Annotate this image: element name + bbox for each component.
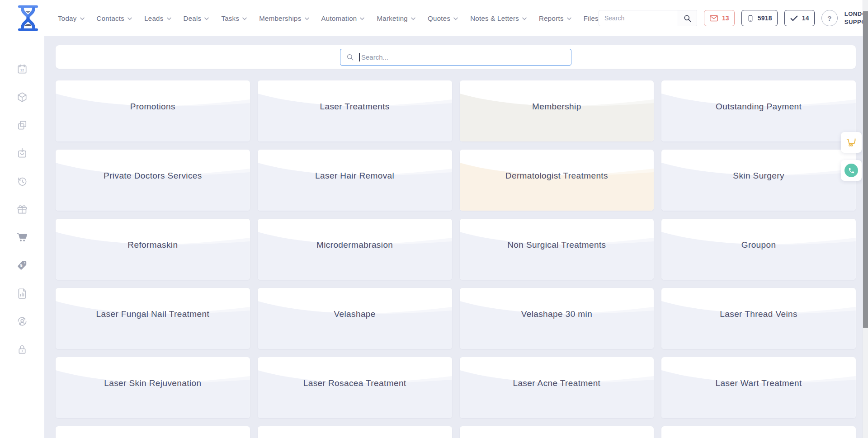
call-floating-button[interactable] xyxy=(841,160,862,181)
nav-item-marketing[interactable]: Marketing xyxy=(377,14,415,22)
card-non-surgical-treatments[interactable]: Non Surgical Treatments xyxy=(460,219,654,280)
nav-item-today[interactable]: Today xyxy=(58,14,85,22)
sidebar-item-bag-receive-icon[interactable] xyxy=(16,147,28,159)
chevron-down-icon xyxy=(360,17,364,20)
card-label: Non Surgical Treatments xyxy=(463,240,651,250)
help-button[interactable]: ? xyxy=(821,10,838,26)
card-empty[interactable] xyxy=(56,426,250,438)
sidebar-item-lock-icon[interactable] xyxy=(16,344,28,355)
card-label: Dermatologist Treatments xyxy=(463,171,651,181)
nav-item-label: Automation xyxy=(321,14,357,22)
sidebar-item-copy-icon[interactable] xyxy=(16,119,28,131)
chevron-down-icon xyxy=(567,17,571,20)
nav-item-files[interactable]: Files xyxy=(584,14,599,22)
card-empty[interactable] xyxy=(460,426,654,438)
card-label: Membership xyxy=(463,102,651,112)
nav-item-reports[interactable]: Reports xyxy=(539,14,571,22)
card-label: Skin Surgery xyxy=(665,171,852,181)
question-icon: ? xyxy=(827,14,831,22)
nav-item-label: Deals xyxy=(184,14,202,22)
chevron-down-icon xyxy=(522,17,527,20)
card-label: Outstanding Payment xyxy=(665,102,852,112)
nav-item-notes-letters[interactable]: Notes & Letters xyxy=(470,14,527,22)
card-label: Laser Acne Treatment xyxy=(463,378,651,388)
card-outstanding-payment[interactable]: Outstanding Payment xyxy=(661,80,856,141)
card-dermatologist-treatments[interactable]: Dermatologist Treatments xyxy=(460,150,654,211)
services-search-panel xyxy=(56,45,856,69)
messages-count: 13 xyxy=(722,14,729,22)
sidebar-item-report-icon[interactable] xyxy=(16,287,28,299)
card-skin-surgery[interactable]: Skin Surgery xyxy=(661,150,856,211)
nav-item-quotes[interactable]: Quotes xyxy=(428,14,458,22)
card-laser-thread-veins[interactable]: Laser Thread Veins xyxy=(661,288,856,349)
cart-icon xyxy=(845,137,858,149)
services-search xyxy=(340,49,571,66)
card-promotions[interactable]: Promotions xyxy=(56,80,250,141)
search-icon xyxy=(346,53,354,61)
messages-badge[interactable]: 13 xyxy=(704,10,735,26)
card-membership[interactable]: Membership xyxy=(460,80,654,141)
global-search-input[interactable] xyxy=(599,14,678,22)
nav-item-label: Files xyxy=(584,14,599,22)
card-laser-rosacea-treatment[interactable]: Laser Rosacea Treatment xyxy=(258,357,452,418)
card-label: Microdermabrasion xyxy=(261,240,448,250)
chevron-down-icon xyxy=(453,17,458,20)
card-groupon[interactable]: Groupon xyxy=(661,219,856,280)
nav-item-label: Memberships xyxy=(259,14,301,22)
chevron-down-icon xyxy=(80,17,85,20)
card-laser-wart-treatment[interactable]: Laser Wart Treatment xyxy=(661,357,856,418)
chevron-down-icon xyxy=(411,17,415,20)
navbar-right-group: 13 5918 14 ? LONDON SUPPORT xyxy=(599,9,868,27)
nav-item-label: Marketing xyxy=(377,14,408,22)
scrollbar-thumb[interactable] xyxy=(863,11,868,328)
card-laser-skin-rejuvenation[interactable]: Laser Skin Rejuvenation xyxy=(56,357,250,418)
card-label: Laser Thread Veins xyxy=(665,309,852,319)
card-empty[interactable] xyxy=(258,426,452,438)
card-label: Laser Skin Rejuvenation xyxy=(59,378,246,388)
card-label: Private Doctors Services xyxy=(59,171,246,181)
card-label: Groupon xyxy=(665,240,852,250)
card-wave-decoration xyxy=(56,426,250,438)
sidebar-item-package-icon[interactable] xyxy=(16,91,28,103)
scrollbar-track[interactable] xyxy=(863,0,868,438)
check-icon xyxy=(790,14,798,23)
card-laser-treatments[interactable]: Laser Treatments xyxy=(258,80,452,141)
card-label: Laser Fungal Nail Treatment xyxy=(59,309,246,319)
nav-item-leads[interactable]: Leads xyxy=(144,14,171,22)
svg-text:12: 12 xyxy=(20,68,24,72)
sidebar-item-calendar-icon[interactable]: 12 xyxy=(16,63,28,75)
card-laser-hair-removal[interactable]: Laser Hair Removal xyxy=(258,150,452,211)
sidebar-item-price-tag-icon[interactable]: $ xyxy=(16,259,28,271)
card-wave-decoration xyxy=(661,426,856,438)
hourglass-logo-icon xyxy=(15,5,41,32)
card-microdermabrasion[interactable]: Microdermabrasion xyxy=(258,219,452,280)
card-empty[interactable] xyxy=(661,426,856,438)
nav-item-tasks[interactable]: Tasks xyxy=(221,14,247,22)
app-logo[interactable] xyxy=(15,5,41,32)
card-reformaskin[interactable]: Reformaskin xyxy=(56,219,250,280)
card-laser-fungal-nail-treatment[interactable]: Laser Fungal Nail Treatment xyxy=(56,288,250,349)
service-category-grid: PromotionsLaser TreatmentsMembershipOuts… xyxy=(56,80,856,438)
nav-item-automation[interactable]: Automation xyxy=(321,14,365,22)
calls-count: 5918 xyxy=(758,14,772,22)
smartphone-icon xyxy=(747,14,754,23)
sidebar-item-gift-icon[interactable] xyxy=(16,203,28,215)
cart-floating-button[interactable] xyxy=(841,132,862,153)
main-content: PromotionsLaser TreatmentsMembershipOuts… xyxy=(44,36,868,438)
search-submit-button[interactable] xyxy=(678,10,697,26)
nav-item-memberships[interactable]: Memberships xyxy=(259,14,309,22)
card-velashape-30-min[interactable]: Velashape 30 min xyxy=(460,288,654,349)
calls-badge[interactable]: 5918 xyxy=(741,10,778,26)
nav-item-label: Leads xyxy=(144,14,163,22)
nav-item-contacts[interactable]: Contacts xyxy=(97,14,132,22)
sidebar-item-cart-icon[interactable] xyxy=(16,231,28,243)
tasks-badge[interactable]: 14 xyxy=(784,10,815,26)
sidebar-item-account-rotate-icon[interactable] xyxy=(16,316,28,327)
sidebar-item-history-icon[interactable] xyxy=(16,175,28,187)
card-velashape[interactable]: Velashape xyxy=(258,288,452,349)
chevron-down-icon xyxy=(305,17,309,20)
card-private-doctors-services[interactable]: Private Doctors Services xyxy=(56,150,250,211)
card-laser-acne-treatment[interactable]: Laser Acne Treatment xyxy=(460,357,654,418)
nav-item-deals[interactable]: Deals xyxy=(184,14,209,22)
services-search-input[interactable] xyxy=(360,53,571,61)
